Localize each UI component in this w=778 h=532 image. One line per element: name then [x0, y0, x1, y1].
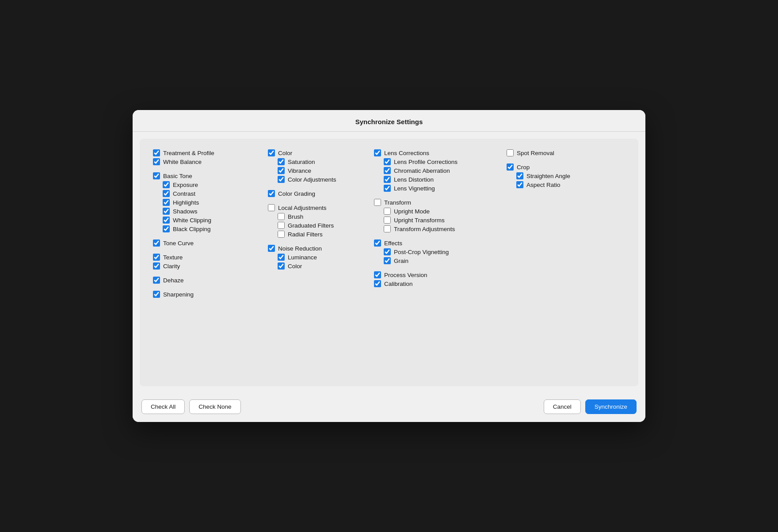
checkbox-lens-profile-corrections[interactable] — [384, 158, 391, 165]
checkbox-tone-curve[interactable] — [153, 239, 160, 247]
list-item[interactable]: Noise Reduction — [268, 245, 365, 252]
list-item[interactable]: Black Clipping — [163, 225, 259, 232]
list-item[interactable]: Color Grading — [268, 190, 365, 197]
list-item[interactable]: Lens Corrections — [374, 149, 498, 156]
checkbox-calibration[interactable] — [374, 280, 381, 287]
checkbox-texture[interactable] — [153, 254, 160, 261]
list-item[interactable]: Sharpening — [153, 291, 259, 298]
checkbox-graduated-filters[interactable] — [278, 222, 285, 229]
list-item[interactable]: Upright Mode — [384, 208, 498, 215]
checkbox-process-version[interactable] — [374, 271, 381, 278]
list-item[interactable]: Exposure — [163, 181, 259, 188]
checkbox-aspect-ratio[interactable] — [516, 181, 523, 188]
checkbox-exposure[interactable] — [163, 181, 170, 188]
checkbox-vibrance[interactable] — [278, 167, 285, 174]
list-item[interactable]: Luminance — [278, 254, 365, 261]
list-item[interactable]: Highlights — [163, 199, 259, 206]
checkbox-dehaze[interactable] — [153, 277, 160, 284]
checkbox-label: Transform — [384, 199, 411, 206]
check-none-button[interactable]: Check None — [189, 399, 240, 414]
spacer — [153, 285, 259, 291]
checkbox-grain[interactable] — [384, 257, 391, 264]
checkbox-black-clipping[interactable] — [163, 225, 170, 232]
checkbox-luminance[interactable] — [278, 254, 285, 261]
checkbox-effects[interactable] — [374, 239, 381, 247]
checkbox-upright-mode[interactable] — [384, 208, 391, 215]
checkbox-sharpening[interactable] — [153, 291, 160, 298]
list-item[interactable]: Local Adjustments — [268, 204, 365, 211]
checkbox-lens-corrections[interactable] — [374, 149, 381, 156]
checkbox-transform[interactable] — [374, 199, 381, 206]
checkbox-white-balance[interactable] — [153, 158, 160, 165]
checkbox-brush[interactable] — [278, 213, 285, 220]
checkbox-label: Brush — [288, 213, 303, 220]
checkbox-contrast[interactable] — [163, 190, 170, 197]
spacer — [374, 234, 498, 239]
checkbox-straighten-angle[interactable] — [516, 172, 523, 179]
list-item[interactable]: Graduated Filters — [278, 222, 365, 229]
list-item[interactable]: Lens Distortion — [384, 176, 498, 183]
checkbox-label: Grain — [394, 258, 408, 264]
list-item[interactable]: Vibrance — [278, 167, 365, 174]
list-item[interactable]: Color Adjustments — [278, 176, 365, 183]
checkbox-local-adjustments[interactable] — [268, 204, 275, 211]
list-item[interactable]: Brush — [278, 213, 365, 220]
checkbox-shadows[interactable] — [163, 208, 170, 215]
checkbox-label: Effects — [384, 240, 402, 247]
checkbox-crop[interactable] — [507, 163, 514, 171]
checkbox-lens-vignetting[interactable] — [384, 185, 391, 192]
checkbox-color[interactable] — [278, 262, 285, 270]
spacer — [153, 167, 259, 172]
list-item[interactable]: Contrast — [163, 190, 259, 197]
list-item[interactable]: Clarity — [153, 262, 259, 270]
list-item[interactable]: Spot Removal — [507, 149, 595, 156]
list-item[interactable]: White Balance — [153, 158, 259, 165]
list-item[interactable]: Lens Profile Corrections — [384, 158, 498, 165]
checkbox-saturation[interactable] — [278, 158, 285, 165]
list-item[interactable]: Transform Adjustments — [384, 225, 498, 232]
list-item[interactable]: Post-Crop Vignetting — [384, 248, 498, 255]
checkbox-noise-reduction[interactable] — [268, 245, 275, 252]
checkbox-highlights[interactable] — [163, 199, 170, 206]
list-item[interactable]: Basic Tone — [153, 172, 259, 179]
list-item[interactable]: White Clipping — [163, 217, 259, 224]
checkbox-upright-transforms[interactable] — [384, 217, 391, 224]
list-item[interactable]: Color — [268, 149, 365, 156]
list-item[interactable]: Radial Filters — [278, 231, 365, 238]
list-item[interactable]: Lens Vignetting — [384, 185, 498, 192]
list-item[interactable]: Treatment & Profile — [153, 149, 259, 156]
list-item[interactable]: Process Version — [374, 271, 498, 278]
cancel-button[interactable]: Cancel — [544, 399, 581, 414]
list-item[interactable]: Tone Curve — [153, 239, 259, 247]
list-item[interactable]: Effects — [374, 239, 498, 247]
checkbox-transform-adjustments[interactable] — [384, 225, 391, 232]
checkbox-color[interactable] — [268, 149, 275, 156]
checkbox-lens-distortion[interactable] — [384, 176, 391, 183]
checkbox-radial-filters[interactable] — [278, 231, 285, 238]
list-item[interactable]: Straighten Angle — [516, 172, 595, 179]
list-item[interactable]: Calibration — [374, 280, 498, 287]
checkbox-treatment--profile[interactable] — [153, 149, 160, 156]
checkbox-basic-tone[interactable] — [153, 172, 160, 179]
list-item[interactable]: Saturation — [278, 158, 365, 165]
list-item[interactable]: Texture — [153, 254, 259, 261]
checkbox-clarity[interactable] — [153, 262, 160, 270]
checkbox-post-crop-vignetting[interactable] — [384, 248, 391, 255]
list-item[interactable]: Color — [278, 262, 365, 270]
synchronize-button[interactable]: Synchronize — [585, 399, 637, 414]
list-item[interactable]: Crop — [507, 163, 595, 171]
check-all-button[interactable]: Check All — [141, 399, 185, 414]
checkbox-spot-removal[interactable] — [507, 149, 514, 156]
list-item[interactable]: Shadows — [163, 208, 259, 215]
list-item[interactable]: Transform — [374, 199, 498, 206]
checkbox-chromatic-aberration[interactable] — [384, 167, 391, 174]
list-item[interactable]: Chromatic Aberration — [384, 167, 498, 174]
list-item[interactable]: Grain — [384, 257, 498, 264]
checkbox-color-adjustments[interactable] — [278, 176, 285, 183]
checkbox-label: Luminance — [288, 254, 317, 261]
list-item[interactable]: Dehaze — [153, 277, 259, 284]
checkbox-color-grading[interactable] — [268, 190, 275, 197]
checkbox-white-clipping[interactable] — [163, 217, 170, 224]
list-item[interactable]: Aspect Ratio — [516, 181, 595, 188]
list-item[interactable]: Upright Transforms — [384, 217, 498, 224]
